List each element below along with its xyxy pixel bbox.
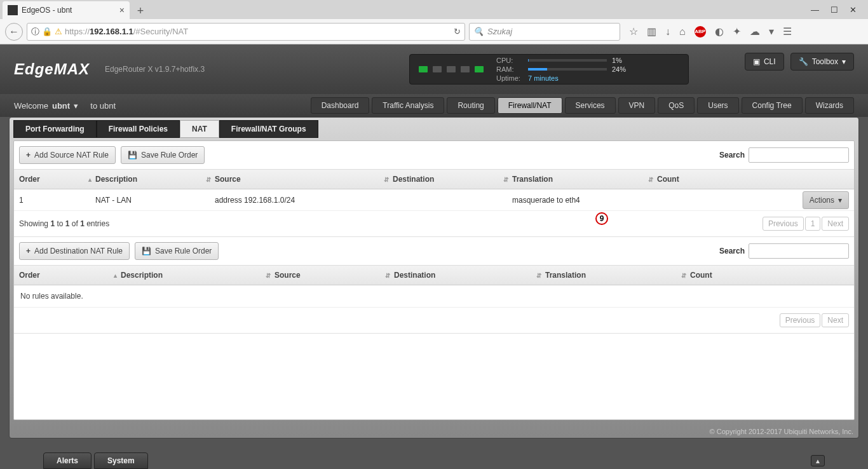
search-icon: 🔍 (473, 27, 484, 36)
inner-tab-nat[interactable]: NAT (180, 120, 219, 138)
cell-description: NAT - LAN (95, 196, 215, 205)
cell-translation: masquerade to eth4 (512, 196, 657, 205)
back-button[interactable]: ← (5, 23, 23, 41)
search-placeholder: Szukaj (487, 27, 512, 36)
tab-vpn[interactable]: VPN (618, 97, 656, 114)
terminal-icon: ▣ (753, 57, 760, 66)
next-button[interactable]: Next (822, 313, 849, 327)
table-row[interactable]: 1 NAT - LAN address 192.168.1.0/24 masqu… (14, 189, 854, 211)
copyright-text: © Copyright 2012-2017 Ubiquiti Networks,… (710, 428, 853, 435)
library-icon[interactable]: ▥ (647, 25, 656, 37)
bookmark-icon[interactable]: ☆ (629, 25, 638, 37)
adblock-icon[interactable]: ABP (695, 26, 706, 37)
browser-search[interactable]: 🔍 Szukaj (469, 23, 620, 41)
cell-source: address 192.168.1.0/24 (215, 196, 393, 205)
ext-dropdown-icon[interactable]: ▾ (769, 25, 774, 37)
tab-firewall-nat[interactable]: Firewall/NAT (498, 97, 562, 114)
uptime-label: Uptime: (496, 74, 523, 82)
bottom-tab-system[interactable]: System (94, 452, 148, 469)
home-icon[interactable]: ⌂ (679, 26, 686, 37)
warning-icon: ⚠ (55, 27, 62, 36)
chevron-down-icon: ▾ (838, 196, 842, 205)
tab-config-tree[interactable]: Config Tree (742, 97, 803, 114)
sort-icon[interactable]: ⇵ (266, 272, 275, 279)
prev-button[interactable]: Previous (780, 313, 821, 327)
sort-icon[interactable]: ⇵ (681, 272, 690, 279)
port-light-strip (419, 66, 484, 72)
no-rules-text: No rules available. (14, 285, 854, 308)
save-rule-order-button-2[interactable]: 💾Save Rule Order (135, 242, 219, 260)
inner-tab-firewall-policies[interactable]: Firewall Policies (97, 120, 180, 138)
collapse-drawer-button[interactable]: ▲ (811, 455, 825, 466)
chevron-down-icon: ▾ (842, 57, 846, 66)
hamburger-icon[interactable]: ☰ (783, 25, 792, 37)
welcome-text[interactable]: Welcome ubnt ▾ to ubnt (14, 101, 116, 111)
sort-icon[interactable]: ⇵ (536, 272, 545, 279)
sort-icon[interactable]: ⇵ (384, 176, 393, 183)
downloads-icon[interactable]: ↓ (665, 26, 670, 37)
port-light-2 (447, 66, 456, 72)
tab-routing[interactable]: Routing (447, 97, 494, 114)
dest-nat-search-input[interactable] (749, 243, 849, 259)
sort-icon[interactable]: ⇵ (385, 272, 394, 279)
tab-traffic-analysis[interactable]: Traffic Analysis (372, 97, 444, 114)
search-label: Search (719, 247, 745, 255)
sort-icon[interactable]: ⇵ (206, 176, 215, 183)
sort-icon[interactable]: ⇵ (648, 176, 657, 183)
logo: EdgeMAX (14, 62, 90, 77)
url-text: https://192.168.1.1/#Security/NAT (65, 27, 188, 36)
showing-entries: Showing 1 to 1 of 1 entries (19, 219, 109, 228)
app-header: EdgeMAX EdgeRouter X v1.9.7+hotfix.3 CPU… (0, 44, 868, 94)
status-panel: CPU:1% RAM:24% Uptime:7 minutes (409, 54, 689, 85)
url-bar[interactable]: ⓘ 🔒 ⚠ https://192.168.1.1/#Security/NAT … (27, 23, 465, 41)
port-light-4 (475, 66, 484, 72)
tab-dashboard[interactable]: Dashboard (311, 97, 370, 114)
ext2-icon[interactable]: ✦ (733, 25, 741, 37)
save-rule-order-button[interactable]: 💾Save Rule Order (121, 146, 205, 164)
close-tab-icon[interactable]: × (119, 5, 125, 15)
add-destination-nat-button[interactable]: +Add Destination NAT Rule (19, 242, 130, 260)
port-light-1 (433, 66, 442, 72)
ext1-icon[interactable]: ◐ (715, 25, 724, 37)
next-button[interactable]: Next (822, 217, 849, 231)
source-nat-search-input[interactable] (749, 147, 849, 163)
sort-icon[interactable]: ▴ (114, 272, 121, 279)
browser-tab[interactable]: EdgeOS - ubnt × (3, 1, 130, 19)
inner-tab-firewall-nat-groups[interactable]: Firewall/NAT Groups (219, 120, 318, 138)
favicon-icon (8, 5, 18, 15)
window-minimize-icon[interactable]: — (811, 5, 819, 15)
ram-value: 24% (612, 65, 650, 73)
row-actions-button[interactable]: Actions ▾ (803, 191, 849, 209)
ram-label: RAM: (496, 65, 523, 73)
model-label: EdgeRouter X v1.9.7+hotfix.3 (105, 65, 205, 74)
sort-icon[interactable]: ⇵ (503, 176, 512, 183)
tab-qos[interactable]: QoS (658, 97, 695, 114)
bottom-tab-alerts[interactable]: Alerts (43, 452, 92, 469)
tab-services[interactable]: Services (565, 97, 616, 114)
tab-title: EdgeOS - ubnt (22, 6, 72, 15)
window-maximize-icon[interactable]: ☐ (831, 5, 838, 15)
uptime-value: 7 minutes (528, 74, 559, 82)
cpu-value: 1% (612, 57, 650, 64)
window-close-icon[interactable]: ✕ (850, 5, 857, 15)
wrench-icon: 🔧 (799, 57, 808, 66)
cell-order: 1 (19, 196, 95, 205)
tab-users[interactable]: Users (697, 97, 738, 114)
chevron-down-icon: ▾ (74, 101, 78, 111)
info-icon: ⓘ (31, 26, 39, 37)
ext3-icon[interactable]: ☁ (750, 25, 760, 37)
new-tab-button[interactable]: + (132, 3, 149, 19)
sort-icon[interactable]: ▴ (88, 176, 95, 183)
search-label: Search (719, 151, 745, 160)
tab-wizards[interactable]: Wizards (805, 97, 854, 114)
save-icon: 💾 (142, 247, 151, 255)
page-1-button[interactable]: 1 (805, 217, 821, 231)
toolbox-button[interactable]: 🔧Toolbox▾ (790, 53, 854, 71)
add-source-nat-button[interactable]: +Add Source NAT Rule (19, 146, 116, 164)
inner-tab-port-forwarding[interactable]: Port Forwarding (13, 120, 97, 138)
prev-button[interactable]: Previous (763, 217, 804, 231)
annotation-marker-9: 9 (595, 212, 608, 225)
reload-icon[interactable]: ↻ (454, 27, 461, 36)
cpu-label: CPU: (496, 57, 523, 64)
cli-button[interactable]: ▣CLI (745, 53, 784, 71)
